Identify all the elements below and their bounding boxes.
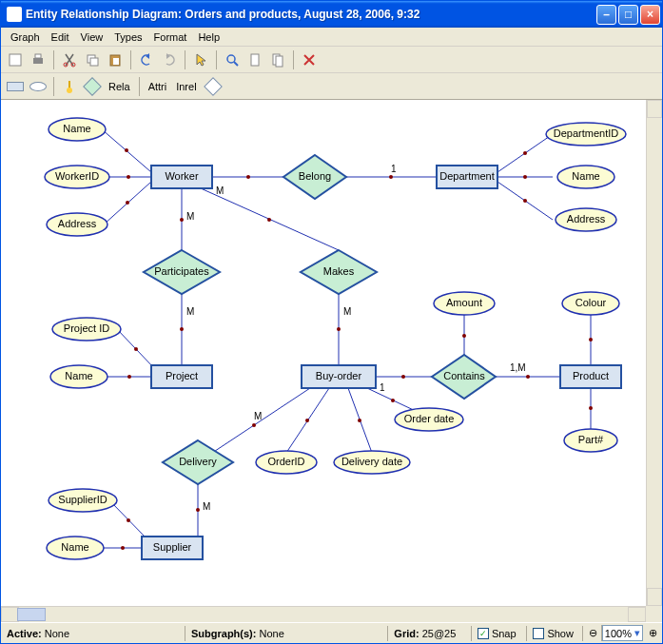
svg-text:Worker: Worker xyxy=(165,170,199,182)
svg-text:M: M xyxy=(186,306,194,317)
weak-relationship-tool[interactable] xyxy=(203,76,224,97)
relationship-tool[interactable] xyxy=(82,76,103,97)
vertical-scrollbar[interactable] xyxy=(646,100,662,606)
svg-point-29 xyxy=(523,175,527,179)
print-icon[interactable] xyxy=(28,49,49,70)
svg-text:Department: Department xyxy=(439,170,494,182)
close-button[interactable]: × xyxy=(640,5,660,25)
scroll-corner xyxy=(646,606,662,622)
svg-text:Order date: Order date xyxy=(404,413,455,424)
window-title: Entity Relationship Diagram: Orders and … xyxy=(26,8,596,21)
svg-point-37 xyxy=(267,218,271,222)
svg-point-15 xyxy=(67,88,72,93)
svg-point-65 xyxy=(127,518,130,522)
svg-point-61 xyxy=(391,399,395,402)
status-active: Active: None xyxy=(1,626,185,641)
delete-icon[interactable] xyxy=(299,49,320,70)
svg-text:Product: Product xyxy=(573,370,609,381)
svg-text:M: M xyxy=(254,411,262,421)
svg-rect-13 xyxy=(276,56,283,67)
minimize-button[interactable]: – xyxy=(596,5,616,25)
horizontal-scrollbar[interactable] xyxy=(1,606,646,622)
new-icon[interactable] xyxy=(5,49,26,70)
show-checkbox[interactable]: Show xyxy=(527,626,582,641)
svg-point-53 xyxy=(589,406,593,410)
svg-point-45 xyxy=(401,375,405,379)
menu-graph[interactable]: Graph xyxy=(5,29,46,45)
status-grid: Grid: 25@25 xyxy=(388,626,472,641)
menubar: Graph Edit View Types Format Help xyxy=(1,28,662,47)
svg-text:OrderID: OrderID xyxy=(267,456,304,467)
svg-text:1: 1 xyxy=(391,164,397,174)
svg-text:M: M xyxy=(186,211,194,222)
statusbar: Active: None Subgraph(s): None Grid: 25@… xyxy=(1,622,662,643)
diagram-canvas[interactable]: Name WorkerID Address Worker Belong M 1 … xyxy=(1,100,646,606)
svg-point-67 xyxy=(121,546,125,550)
svg-point-17 xyxy=(125,148,128,152)
maximize-button[interactable]: □ xyxy=(618,5,638,25)
entity-tool[interactable] xyxy=(5,76,26,97)
copy-icon[interactable] xyxy=(82,49,103,70)
zoom-select[interactable]: 100%▾ xyxy=(602,625,643,641)
svg-text:Buy-order: Buy-order xyxy=(316,370,362,381)
menu-help[interactable]: Help xyxy=(192,29,225,45)
paste-icon[interactable] xyxy=(105,49,126,70)
zoom-out-button[interactable]: ⊖ xyxy=(583,625,602,641)
svg-rect-11 xyxy=(251,54,259,66)
svg-text:Part#: Part# xyxy=(578,434,604,445)
zoom-icon[interactable] xyxy=(222,49,243,70)
cut-icon[interactable] xyxy=(59,49,80,70)
pages-icon[interactable] xyxy=(267,49,288,70)
svg-point-33 xyxy=(180,218,184,222)
svg-point-49 xyxy=(462,334,466,338)
svg-point-39 xyxy=(337,327,341,331)
zoom-in-button[interactable]: ⊕ xyxy=(643,625,662,641)
pointer-icon[interactable] xyxy=(190,49,211,70)
svg-point-41 xyxy=(134,347,138,351)
svg-text:Delivery date: Delivery date xyxy=(341,456,402,467)
snap-checkbox[interactable]: ✓Snap xyxy=(472,626,527,641)
shape-toolbar: Rela Attri Inrel xyxy=(1,73,662,100)
svg-text:M: M xyxy=(343,306,351,317)
menu-format[interactable]: Format xyxy=(148,29,193,45)
svg-text:Makes: Makes xyxy=(323,265,355,277)
svg-point-19 xyxy=(127,175,130,179)
svg-point-59 xyxy=(358,419,361,422)
window-buttons: – □ × xyxy=(596,5,660,25)
svg-text:Contains: Contains xyxy=(443,370,485,381)
redo-icon[interactable] xyxy=(159,49,180,70)
relationship-label[interactable]: Rela xyxy=(105,81,134,92)
svg-text:Belong: Belong xyxy=(299,170,331,182)
svg-point-9 xyxy=(227,55,235,63)
svg-text:DepartmentID: DepartmentID xyxy=(554,127,619,139)
attribute-label[interactable]: Attri xyxy=(145,81,171,92)
menu-edit[interactable]: Edit xyxy=(46,29,75,45)
svg-text:Name: Name xyxy=(61,541,88,553)
titlebar[interactable]: Entity Relationship Diagram: Orders and … xyxy=(1,1,662,28)
svg-rect-6 xyxy=(90,58,98,66)
status-subgraph: Subgraph(s): None xyxy=(185,626,388,641)
svg-point-57 xyxy=(305,419,309,422)
attribute-tool[interactable] xyxy=(28,76,49,97)
svg-rect-8 xyxy=(113,58,119,65)
svg-text:WorkerID: WorkerID xyxy=(55,170,99,182)
svg-text:Amount: Amount xyxy=(446,297,482,308)
svg-point-51 xyxy=(589,338,593,342)
svg-text:Project ID: Project ID xyxy=(64,322,109,334)
svg-rect-1 xyxy=(33,58,43,64)
svg-line-10 xyxy=(234,62,238,66)
page-icon[interactable] xyxy=(244,49,265,70)
inrel-label[interactable]: Inrel xyxy=(172,81,200,92)
canvas-area: Name WorkerID Address Worker Belong M 1 … xyxy=(1,100,662,622)
svg-point-21 xyxy=(126,201,129,205)
key-tool[interactable] xyxy=(59,76,80,97)
svg-text:M: M xyxy=(203,501,210,512)
undo-icon[interactable] xyxy=(136,49,157,70)
menu-view[interactable]: View xyxy=(75,29,109,45)
svg-point-55 xyxy=(252,423,256,427)
svg-text:Name: Name xyxy=(65,370,92,381)
svg-text:Address: Address xyxy=(567,213,606,224)
svg-text:Supplier: Supplier xyxy=(153,541,192,553)
menu-types[interactable]: Types xyxy=(108,29,147,45)
svg-point-25 xyxy=(389,175,393,179)
